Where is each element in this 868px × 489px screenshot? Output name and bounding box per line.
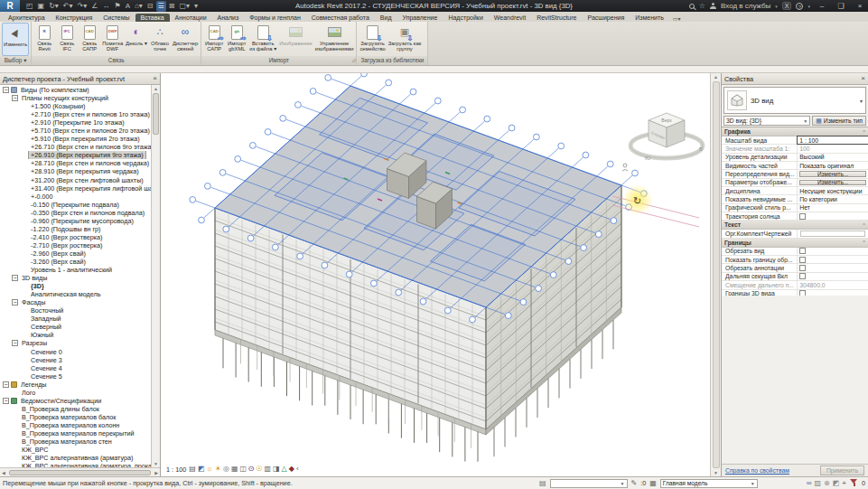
apply-button[interactable]: Применить xyxy=(820,465,864,475)
tree-item[interactable]: Уровень 1 - аналитический xyxy=(0,266,151,274)
model-3d-view[interactable]: ↻ВерхСпередиЮВ xyxy=(161,73,710,476)
collapse-bar-icon[interactable]: ‹ xyxy=(296,465,299,474)
select-elements-by-face-icon[interactable]: ◩ xyxy=(833,479,840,488)
ribbon-button-Импорт-САПР[interactable]: CAD⇨Импорт САПР xyxy=(203,23,225,56)
tree-item[interactable]: Западный xyxy=(0,315,151,323)
tab-Конструкция[interactable]: Конструкция xyxy=(51,14,98,22)
thin-lines-icon[interactable]: ☰ xyxy=(156,1,166,12)
panel-caption-Связь[interactable]: Связь xyxy=(32,56,201,65)
tab-Анализ[interactable]: Анализ xyxy=(212,14,245,22)
tree-item[interactable]: −Разрезы xyxy=(0,339,151,347)
project-browser-close-icon[interactable]: × xyxy=(153,75,157,82)
ribbon-button-Импорт-gbXML[interactable]: gb⇨Импорт gbXML xyxy=(226,23,247,56)
temporary-hide-isolate-icon[interactable]: ʘ xyxy=(248,465,254,474)
exchange-apps-icon[interactable]: X xyxy=(782,2,792,10)
tree-item[interactable]: Сечение 4 xyxy=(0,364,151,372)
tab-Аннотации[interactable]: Аннотации xyxy=(170,14,212,22)
tab-Архитектура[interactable]: Архитектура xyxy=(3,14,51,22)
property-group-Границы[interactable]: Границы^ xyxy=(722,239,868,248)
tree-item[interactable]: Сечение 0 xyxy=(0,348,151,356)
property-group-Графика[interactable]: Графика^ xyxy=(722,127,868,136)
active-workset-selector[interactable]: ▼ xyxy=(550,479,628,488)
properties-help-link[interactable]: Справка по свойствам xyxy=(725,467,789,474)
tree-item[interactable]: +5.910 (Верх перекрытия 2го этажа) xyxy=(0,135,151,143)
tree-expander-icon[interactable]: − xyxy=(3,87,9,93)
tree-item[interactable]: −Фасады xyxy=(0,298,151,306)
drawing-area[interactable]: ↻ВерхСпередиЮВ 1 : 100 ▤◩☼☀◎▦◫ʘ☉▥◨△◆‹ xyxy=(161,73,710,476)
rendering-dialog-icon[interactable]: ◎ xyxy=(223,465,229,474)
select-pinned-elements-icon[interactable]: ⊕ xyxy=(824,479,830,488)
property-edit-button[interactable]: Изменить... xyxy=(799,180,866,185)
favorites-icon[interactable]: ☆ xyxy=(699,2,705,10)
design-option-selector[interactable]: Главная модель▼ xyxy=(660,479,758,488)
property-group-Текст[interactable]: Текст^ xyxy=(722,221,868,230)
tab-Изменить[interactable]: Изменить xyxy=(630,14,669,22)
section-icon[interactable]: ⊟ xyxy=(145,1,155,12)
view-scale-button[interactable]: 1 : 100 xyxy=(166,465,186,474)
minimize-button[interactable]: – xyxy=(815,2,829,10)
scroll-left-icon[interactable]: ◀ xyxy=(0,469,7,476)
tag-by-category-icon[interactable]: ⚑ xyxy=(112,1,122,12)
crop-view-icon[interactable]: ▦ xyxy=(231,465,238,474)
tree-item[interactable]: −Планы несущих конструкций xyxy=(0,94,151,102)
analytical-model-icon[interactable]: △ xyxy=(282,465,287,474)
property-value-input[interactable] xyxy=(798,230,868,237)
redo-icon[interactable]: ↷▾ xyxy=(76,1,89,12)
restore-button[interactable]: ❑ xyxy=(834,2,848,10)
tab-RevitStructure[interactable]: RevitStructure xyxy=(531,14,582,22)
reveal-hidden-elements-icon[interactable]: ☉ xyxy=(256,465,262,474)
tree-item[interactable]: +2.710 (Верх стен и пилонов 1го этажа) xyxy=(0,110,151,118)
tab-Вид[interactable]: Вид xyxy=(375,14,397,22)
revit-app-menu[interactable]: R xyxy=(0,0,20,12)
project-browser-hscrollbar[interactable]: ◀ ▶ xyxy=(0,467,160,476)
tree-item[interactable]: +1.500 (Козырьки) xyxy=(0,102,151,110)
select-underlay-elements-icon[interactable]: ▨ xyxy=(815,479,822,488)
property-checkbox[interactable] xyxy=(799,213,806,220)
tree-item[interactable]: Аналитическая модель xyxy=(0,290,151,298)
visual-style-icon[interactable]: ◩ xyxy=(198,465,205,474)
displacement-icon[interactable]: ◆ xyxy=(289,465,294,474)
ribbon-button-Деколь[interactable]: ◐Деколь ▾ xyxy=(125,23,148,56)
group-collapse-icon[interactable]: ^ xyxy=(863,222,865,228)
sun-path-icon[interactable]: ☼ xyxy=(206,465,212,474)
tree-item[interactable]: КЖ_ВРС альтернативная (арматура) xyxy=(0,454,151,462)
modify-tab-extra-icon[interactable]: ▭▾ xyxy=(669,15,685,22)
property-value[interactable]: Высокий xyxy=(798,154,868,161)
tree-item[interactable]: +28.710 (Верх стен и пилонов чердака) xyxy=(0,159,151,167)
tree-item[interactable]: -2.710 (Верх ростверка) xyxy=(0,241,151,249)
tree-expander-icon[interactable]: − xyxy=(12,299,18,306)
drawing-area-vscrollbar[interactable]: ▲ ▼ xyxy=(710,73,721,476)
editing-requests-icon[interactable]: ✎ xyxy=(631,479,638,488)
tree-item[interactable]: Сечение 5 xyxy=(0,372,151,381)
tree-item[interactable]: +31.400 (Верх перекрытия лифтовой шахты) xyxy=(0,184,151,193)
scroll-thumb[interactable] xyxy=(713,81,720,468)
tree-item[interactable]: Лого xyxy=(0,389,151,397)
close-button[interactable]: × xyxy=(853,2,867,10)
panel-caption-Импорт[interactable]: Импорт◿ xyxy=(201,56,356,65)
tree-expander-icon[interactable]: − xyxy=(12,95,18,101)
tree-item[interactable]: +-0.000 xyxy=(0,193,151,201)
edit-type-button[interactable]: ▦ Изменить тип xyxy=(812,116,866,126)
dialog-launcher-icon[interactable]: ◿ xyxy=(352,55,356,64)
type-selector[interactable]: 3D вид ▾ xyxy=(723,87,866,114)
close-hidden-windows-icon[interactable]: ⊠ xyxy=(167,1,177,12)
tree-item[interactable]: +28.910 (Верх перекрытия чердака) xyxy=(0,167,151,175)
property-value[interactable]: Показать оригинал xyxy=(798,162,868,169)
tree-item[interactable]: В_Проверка материалов балок xyxy=(0,413,151,421)
tree-item[interactable]: +31.200 (Верх стен лифтовой шахты) xyxy=(0,176,151,184)
aligned-dimension-icon[interactable]: ↔ xyxy=(100,1,111,12)
default-3d-view-icon[interactable]: ⌂▾ xyxy=(133,1,145,12)
ribbon-button-Диспетчер-связей[interactable]: ∞Диспетчер связей xyxy=(172,23,199,56)
tab-Расширения[interactable]: Расширения xyxy=(582,14,630,22)
scroll-down-icon[interactable]: ▼ xyxy=(152,460,160,467)
tree-item[interactable]: −Легенды xyxy=(0,381,151,389)
switch-windows-icon[interactable]: ▢▾ xyxy=(177,1,191,12)
tab-Формы и генплан[interactable]: Формы и генплан xyxy=(244,14,306,22)
filter-icon[interactable] xyxy=(850,479,858,487)
scroll-up-icon[interactable]: ▲ xyxy=(712,73,720,80)
tree-item[interactable]: −Ведомости/Спецификации xyxy=(0,397,151,405)
property-edit-button[interactable]: Изменить... xyxy=(799,171,866,176)
tab-Weandrevit[interactable]: Weandrevit xyxy=(489,14,531,22)
property-value[interactable]: 100 xyxy=(798,145,868,152)
shadows-icon[interactable]: ☀ xyxy=(215,465,221,474)
